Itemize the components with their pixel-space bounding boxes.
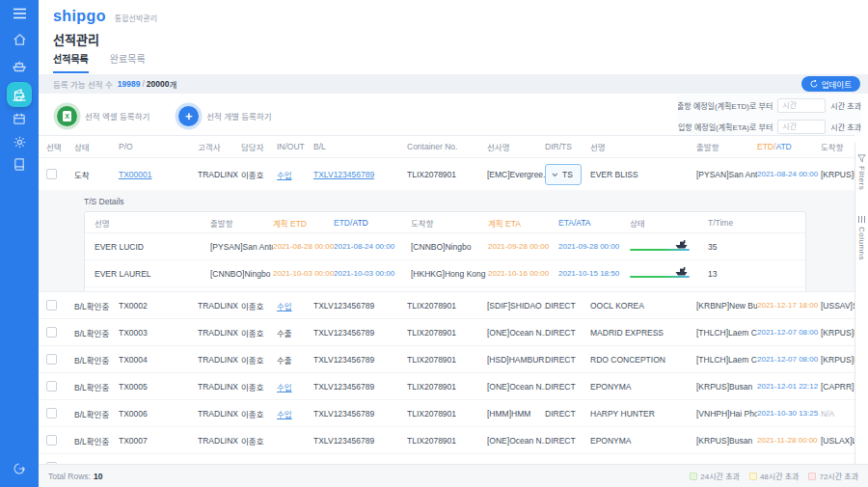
total-rows-label: Total Rows: bbox=[48, 472, 91, 481]
ship-icon bbox=[675, 267, 688, 276]
sidebar-item-settings[interactable] bbox=[0, 135, 39, 149]
column-header-1: 상태 bbox=[74, 141, 119, 152]
cell-dest-port: [KRPUS]Bu bbox=[821, 170, 854, 179]
legend-swatch bbox=[808, 473, 816, 480]
legend-item: 48시간 초과 bbox=[749, 471, 800, 481]
inout-link[interactable]: 수입 bbox=[277, 300, 313, 311]
ts-plan-etd: 2021-08-28 00:00 bbox=[273, 242, 334, 251]
po-text: TX0004 bbox=[119, 355, 198, 365]
sidebar-logout-button[interactable] bbox=[0, 462, 39, 475]
main-content: shipgo 통합선박관리 선적관리 선적목록 완료목록 등록 가능 선적 수 … bbox=[39, 0, 868, 487]
cell-customer: TRADLINX bbox=[198, 170, 241, 179]
sidebar-item-docs[interactable] bbox=[0, 157, 39, 171]
row-checkbox[interactable] bbox=[46, 300, 57, 311]
column-header-10: 선명 bbox=[590, 141, 696, 152]
overdue-legend: 24시간 초과48시간 초과72시간 초과 bbox=[690, 471, 858, 481]
sidebar-item-home[interactable] bbox=[0, 33, 39, 46]
ts-leg-row: EVER LUCID[PYSAN]San Antonio2021-08-28 0… bbox=[85, 233, 805, 260]
registered-count-current: 19989 bbox=[118, 79, 141, 89]
cell-manager: 이종호 bbox=[241, 169, 277, 180]
sidebar-item-shipments-active[interactable] bbox=[7, 82, 32, 107]
row-checkbox[interactable] bbox=[46, 327, 57, 338]
cell-container-no: TLIX2078901 bbox=[407, 328, 487, 338]
brand-logo: shipgo bbox=[53, 8, 106, 25]
columns-tab[interactable]: Columns bbox=[857, 215, 866, 260]
cell-dirts: DIRECT bbox=[545, 382, 590, 392]
ts-etd-atd: 2021-08-24 00:00 bbox=[334, 242, 411, 251]
row-checkbox[interactable] bbox=[46, 169, 57, 179]
ts-origin-port: [CNNBO]Ningbo bbox=[210, 269, 273, 279]
bl-text: TXLV123456789 bbox=[313, 382, 407, 392]
shipment-row: B/L확인중TX0008TRADLINX이종호TXLV123456789TLIX… bbox=[39, 454, 854, 464]
filters-tab[interactable]: Filters bbox=[857, 154, 866, 190]
voyage-progress-bar bbox=[630, 240, 690, 252]
cell-manager: 이종호 bbox=[241, 435, 277, 446]
cell-dirts: TS bbox=[545, 164, 590, 185]
ts-leg-row: EVER LAUREL[CNNBO]Ningbo2021-10-03 00:00… bbox=[85, 260, 805, 287]
cell-container-no: TLIX2078901 bbox=[407, 409, 487, 419]
sidebar-item-vessels[interactable] bbox=[0, 59, 39, 72]
inout-link[interactable]: 수입 bbox=[277, 169, 313, 180]
etd-filter-suffix: 시간 초과 bbox=[830, 100, 861, 111]
row-checkbox[interactable] bbox=[46, 408, 57, 419]
cell-select bbox=[46, 300, 74, 311]
shipment-row: B/L확인중TX0004TRADLINX이종호수출TXLV123456789TL… bbox=[39, 346, 854, 373]
cell-status: 도착 bbox=[74, 169, 119, 180]
ts-vessel: EVER LAUREL bbox=[95, 269, 210, 279]
ts-vessel: EVER LUCID bbox=[95, 242, 210, 252]
dirts-dropdown[interactable]: TS bbox=[545, 164, 582, 185]
sidebar-item-schedule[interactable] bbox=[0, 112, 39, 125]
cell-dest-port: [CAPRR]Pri bbox=[821, 382, 854, 392]
ts-column-header-1: 출발항 bbox=[210, 217, 273, 229]
tab-completed-list[interactable]: 완료목록 bbox=[110, 51, 146, 73]
column-header-12: ETD/ATD bbox=[757, 142, 821, 151]
cell-select bbox=[46, 408, 74, 419]
ts-etd-atd: 2021-10-03 00:00 bbox=[334, 269, 411, 278]
etd-hours-input[interactable] bbox=[777, 98, 826, 113]
cell-status: B/L확인중 bbox=[74, 327, 119, 338]
row-checkbox[interactable] bbox=[46, 435, 57, 446]
ts-status bbox=[630, 240, 708, 254]
cell-status: B/L확인중 bbox=[74, 381, 119, 392]
individual-register-button[interactable]: + 선적 개별 등록하기 bbox=[178, 106, 271, 126]
ts-details-panel: T/S Details 선명출발항계획 ETDETD/ATD도착항계획 ETAE… bbox=[39, 190, 854, 292]
inout-link[interactable]: 수입 bbox=[277, 381, 313, 392]
app-window: shipgo 통합선박관리 선적관리 선적목록 완료목록 등록 가능 선적 수 … bbox=[0, 0, 868, 487]
registered-count-bar: 등록 가능 선적 수 19989 / 20000 개 bbox=[39, 74, 868, 94]
cell-container-no: TLIX2078901 bbox=[407, 382, 487, 392]
column-header-4: 담당자 bbox=[241, 141, 277, 152]
po-text: TX0006 bbox=[119, 409, 198, 419]
cell-etd-atd: 2021-11-28 00:00 bbox=[757, 436, 821, 445]
inout-link[interactable]: 수입 bbox=[277, 408, 313, 419]
ts-column-header-3: ETD/ATD bbox=[334, 218, 411, 228]
ts-column-header-0: 선명 bbox=[95, 217, 210, 229]
tab-shipment-list[interactable]: 선적목록 bbox=[53, 51, 89, 73]
shipment-row: B/L확인중TX0005TRADLINX이종호수입TXLV123456789TL… bbox=[39, 373, 854, 400]
cell-etd-atd: 2021-12-07 08:00 bbox=[757, 328, 821, 337]
cell-dest-port: [KRPUS]Bu bbox=[821, 355, 854, 365]
update-button[interactable]: 업데이트 bbox=[801, 76, 860, 92]
ts-eta-ata: 2021-10-15 18:50 bbox=[558, 269, 630, 278]
cell-vessel: MADRID EXPRESS bbox=[590, 328, 696, 338]
eta-hours-input[interactable] bbox=[777, 120, 826, 134]
cell-dest-port: N/A bbox=[821, 409, 854, 419]
sidebar-menu-button[interactable] bbox=[0, 8, 39, 19]
po-link[interactable]: TX00001 bbox=[119, 170, 198, 179]
ts-details-title: T/S Details bbox=[84, 197, 854, 206]
bl-link[interactable]: TXLV123456789 bbox=[313, 170, 407, 179]
column-header-8: 선사명 bbox=[487, 141, 545, 152]
registered-count-total: 20000 bbox=[147, 79, 170, 89]
cell-select bbox=[46, 435, 74, 446]
cell-manager: 이종호 bbox=[241, 327, 277, 338]
etd-filter-row: 출항 예정일(계획ETD)로 부터 시간 초과 bbox=[678, 95, 861, 116]
ts-status bbox=[630, 267, 708, 281]
hamburger-icon bbox=[13, 8, 27, 19]
row-checkbox[interactable] bbox=[46, 381, 57, 392]
bl-text: TXLV123456789 bbox=[313, 328, 407, 338]
logout-icon bbox=[13, 462, 26, 475]
row-checkbox[interactable] bbox=[46, 354, 57, 365]
registered-count-label: 등록 가능 선적 수 bbox=[53, 78, 113, 90]
legend-swatch bbox=[690, 473, 697, 480]
excel-register-button[interactable]: X 선적 엑셀 등록하기 bbox=[57, 106, 149, 126]
excel-icon: X bbox=[57, 106, 77, 126]
